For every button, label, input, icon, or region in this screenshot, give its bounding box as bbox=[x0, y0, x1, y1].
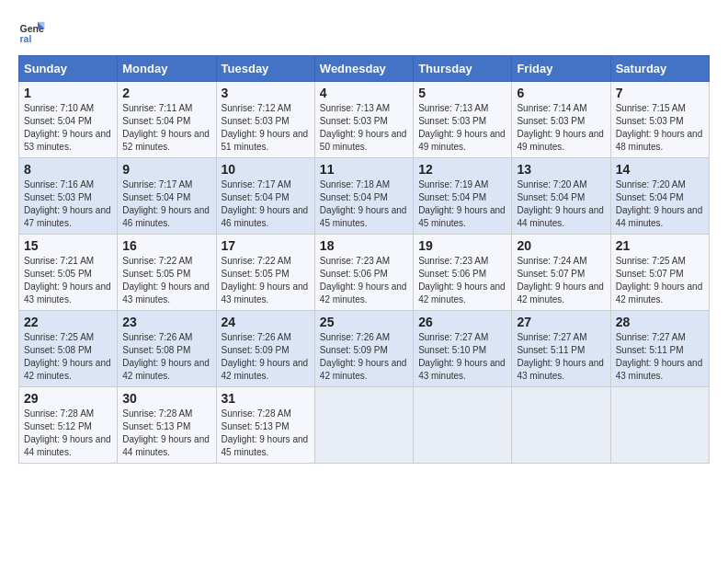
svg-text:ral: ral bbox=[20, 33, 32, 44]
day-detail: Sunrise: 7:13 AMSunset: 5:03 PMDaylight:… bbox=[320, 102, 408, 154]
day-detail: Sunrise: 7:22 AMSunset: 5:05 PMDaylight:… bbox=[122, 255, 210, 306]
calendar-cell bbox=[314, 387, 413, 464]
day-detail: Sunrise: 7:16 AMSunset: 5:03 PMDaylight:… bbox=[24, 178, 112, 230]
calendar-cell: 22Sunrise: 7:25 AMSunset: 5:08 PMDayligh… bbox=[19, 311, 118, 387]
calendar-week-1: 1Sunrise: 7:10 AMSunset: 5:04 PMDaylight… bbox=[19, 82, 710, 158]
day-detail: Sunrise: 7:17 AMSunset: 5:04 PMDaylight:… bbox=[222, 178, 310, 230]
calendar-cell: 1Sunrise: 7:10 AMSunset: 5:04 PMDaylight… bbox=[19, 82, 118, 158]
day-detail: Sunrise: 7:24 AMSunset: 5:07 PMDaylight:… bbox=[517, 255, 605, 306]
calendar-cell: 5Sunrise: 7:13 AMSunset: 5:03 PMDaylight… bbox=[414, 82, 512, 158]
calendar-cell bbox=[512, 387, 610, 464]
day-number: 28 bbox=[616, 315, 704, 329]
calendar-header-row: SundayMondayTuesdayWednesdayThursdayFrid… bbox=[19, 56, 710, 82]
calendar-cell: 14Sunrise: 7:20 AMSunset: 5:04 PMDayligh… bbox=[610, 158, 709, 235]
header-sunday: Sunday bbox=[19, 56, 118, 82]
day-number: 23 bbox=[122, 315, 210, 329]
day-detail: Sunrise: 7:13 AMSunset: 5:03 PMDaylight:… bbox=[418, 102, 506, 154]
logo: Gene ral bbox=[18, 18, 50, 46]
day-detail: Sunrise: 7:25 AMSunset: 5:08 PMDaylight:… bbox=[24, 331, 112, 383]
calendar-cell: 27Sunrise: 7:27 AMSunset: 5:11 PMDayligh… bbox=[512, 311, 610, 387]
day-detail: Sunrise: 7:28 AMSunset: 5:13 PMDaylight:… bbox=[122, 408, 210, 459]
calendar-cell: 15Sunrise: 7:21 AMSunset: 5:05 PMDayligh… bbox=[19, 235, 118, 311]
calendar-cell: 28Sunrise: 7:27 AMSunset: 5:11 PMDayligh… bbox=[610, 311, 709, 387]
day-number: 7 bbox=[616, 86, 704, 100]
day-detail: Sunrise: 7:26 AMSunset: 5:09 PMDaylight:… bbox=[320, 331, 408, 383]
calendar-cell: 7Sunrise: 7:15 AMSunset: 5:03 PMDaylight… bbox=[610, 82, 709, 158]
calendar-cell: 31Sunrise: 7:28 AMSunset: 5:13 PMDayligh… bbox=[216, 387, 314, 464]
calendar-cell: 16Sunrise: 7:22 AMSunset: 5:05 PMDayligh… bbox=[118, 235, 216, 311]
calendar-cell: 25Sunrise: 7:26 AMSunset: 5:09 PMDayligh… bbox=[314, 311, 413, 387]
day-number: 25 bbox=[320, 315, 408, 329]
calendar-table: SundayMondayTuesdayWednesdayThursdayFrid… bbox=[18, 55, 710, 464]
day-number: 18 bbox=[320, 238, 408, 253]
day-detail: Sunrise: 7:27 AMSunset: 5:11 PMDaylight:… bbox=[616, 331, 704, 383]
calendar-cell: 12Sunrise: 7:19 AMSunset: 5:04 PMDayligh… bbox=[414, 158, 512, 235]
header-saturday: Saturday bbox=[610, 56, 709, 82]
day-detail: Sunrise: 7:10 AMSunset: 5:04 PMDaylight:… bbox=[24, 102, 112, 154]
day-detail: Sunrise: 7:14 AMSunset: 5:03 PMDaylight:… bbox=[517, 102, 605, 154]
calendar-cell: 18Sunrise: 7:23 AMSunset: 5:06 PMDayligh… bbox=[314, 235, 413, 311]
day-detail: Sunrise: 7:20 AMSunset: 5:04 PMDaylight:… bbox=[616, 178, 704, 230]
header: Gene ral bbox=[18, 18, 710, 46]
day-number: 20 bbox=[517, 238, 605, 253]
day-detail: Sunrise: 7:26 AMSunset: 5:09 PMDaylight:… bbox=[222, 331, 310, 383]
calendar-cell: 21Sunrise: 7:25 AMSunset: 5:07 PMDayligh… bbox=[610, 235, 709, 311]
calendar-week-3: 15Sunrise: 7:21 AMSunset: 5:05 PMDayligh… bbox=[19, 235, 710, 311]
day-number: 9 bbox=[122, 162, 210, 177]
logo-icon: Gene ral bbox=[18, 18, 46, 46]
calendar-cell: 11Sunrise: 7:18 AMSunset: 5:04 PMDayligh… bbox=[314, 158, 413, 235]
day-number: 4 bbox=[320, 86, 408, 100]
calendar-cell: 8Sunrise: 7:16 AMSunset: 5:03 PMDaylight… bbox=[19, 158, 118, 235]
day-detail: Sunrise: 7:28 AMSunset: 5:12 PMDaylight:… bbox=[24, 408, 112, 459]
day-detail: Sunrise: 7:28 AMSunset: 5:13 PMDaylight:… bbox=[222, 408, 310, 459]
calendar-cell: 19Sunrise: 7:23 AMSunset: 5:06 PMDayligh… bbox=[414, 235, 512, 311]
day-number: 12 bbox=[418, 162, 506, 177]
calendar-cell bbox=[610, 387, 709, 464]
day-number: 24 bbox=[222, 315, 310, 329]
day-number: 26 bbox=[418, 315, 506, 329]
calendar-week-4: 22Sunrise: 7:25 AMSunset: 5:08 PMDayligh… bbox=[19, 311, 710, 387]
day-number: 5 bbox=[418, 86, 506, 100]
day-number: 21 bbox=[616, 238, 704, 253]
day-detail: Sunrise: 7:15 AMSunset: 5:03 PMDaylight:… bbox=[616, 102, 704, 154]
day-number: 19 bbox=[418, 238, 506, 253]
day-number: 22 bbox=[24, 315, 112, 329]
day-detail: Sunrise: 7:23 AMSunset: 5:06 PMDaylight:… bbox=[320, 255, 408, 306]
day-number: 29 bbox=[24, 391, 112, 406]
day-detail: Sunrise: 7:26 AMSunset: 5:08 PMDaylight:… bbox=[122, 331, 210, 383]
day-detail: Sunrise: 7:27 AMSunset: 5:10 PMDaylight:… bbox=[418, 331, 506, 383]
day-number: 1 bbox=[24, 86, 112, 100]
header-monday: Monday bbox=[118, 56, 216, 82]
calendar-cell: 17Sunrise: 7:22 AMSunset: 5:05 PMDayligh… bbox=[216, 235, 314, 311]
calendar-cell bbox=[414, 387, 512, 464]
day-detail: Sunrise: 7:25 AMSunset: 5:07 PMDaylight:… bbox=[616, 255, 704, 306]
calendar-cell: 9Sunrise: 7:17 AMSunset: 5:04 PMDaylight… bbox=[118, 158, 216, 235]
header-thursday: Thursday bbox=[414, 56, 512, 82]
calendar-cell: 6Sunrise: 7:14 AMSunset: 5:03 PMDaylight… bbox=[512, 82, 610, 158]
day-number: 16 bbox=[122, 238, 210, 253]
calendar-cell: 10Sunrise: 7:17 AMSunset: 5:04 PMDayligh… bbox=[216, 158, 314, 235]
day-number: 27 bbox=[517, 315, 605, 329]
day-detail: Sunrise: 7:22 AMSunset: 5:05 PMDaylight:… bbox=[222, 255, 310, 306]
day-detail: Sunrise: 7:19 AMSunset: 5:04 PMDaylight:… bbox=[418, 178, 506, 230]
day-detail: Sunrise: 7:27 AMSunset: 5:11 PMDaylight:… bbox=[517, 331, 605, 383]
calendar-cell: 20Sunrise: 7:24 AMSunset: 5:07 PMDayligh… bbox=[512, 235, 610, 311]
calendar-cell: 4Sunrise: 7:13 AMSunset: 5:03 PMDaylight… bbox=[314, 82, 413, 158]
day-number: 30 bbox=[122, 391, 210, 406]
day-number: 15 bbox=[24, 238, 112, 253]
day-detail: Sunrise: 7:11 AMSunset: 5:04 PMDaylight:… bbox=[122, 102, 210, 154]
day-detail: Sunrise: 7:12 AMSunset: 5:03 PMDaylight:… bbox=[222, 102, 310, 154]
day-number: 8 bbox=[24, 162, 112, 177]
calendar-cell: 23Sunrise: 7:26 AMSunset: 5:08 PMDayligh… bbox=[118, 311, 216, 387]
calendar-cell: 26Sunrise: 7:27 AMSunset: 5:10 PMDayligh… bbox=[414, 311, 512, 387]
day-number: 2 bbox=[122, 86, 210, 100]
calendar-week-5: 29Sunrise: 7:28 AMSunset: 5:12 PMDayligh… bbox=[19, 387, 710, 464]
calendar-cell: 13Sunrise: 7:20 AMSunset: 5:04 PMDayligh… bbox=[512, 158, 610, 235]
header-friday: Friday bbox=[512, 56, 610, 82]
calendar-cell: 29Sunrise: 7:28 AMSunset: 5:12 PMDayligh… bbox=[19, 387, 118, 464]
calendar-week-2: 8Sunrise: 7:16 AMSunset: 5:03 PMDaylight… bbox=[19, 158, 710, 235]
calendar-cell: 30Sunrise: 7:28 AMSunset: 5:13 PMDayligh… bbox=[118, 387, 216, 464]
day-number: 14 bbox=[616, 162, 704, 177]
day-number: 17 bbox=[222, 238, 310, 253]
day-number: 11 bbox=[320, 162, 408, 177]
